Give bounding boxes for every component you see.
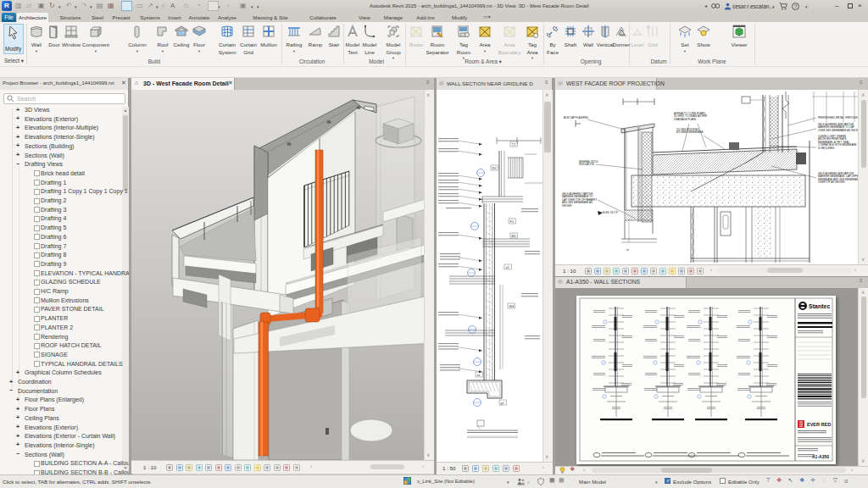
svg-text:x2: x2 xyxy=(506,265,510,269)
svg-text:A1-A350: A1-A350 xyxy=(812,454,829,459)
svg-text:OVER SBS MEMBRANE AS SHOWN: OVER SBS MEMBRANE AS SHOWN xyxy=(818,129,861,132)
svg-text:DRAINAGE PLANS: DRAINAGE PLANS xyxy=(674,118,696,121)
svg-text:F1: F1 xyxy=(510,219,515,224)
svg-text:R2: R2 xyxy=(492,166,498,170)
svg-text:T1: T1 xyxy=(512,142,516,147)
svg-text:y2: y2 xyxy=(501,401,505,405)
svg-text:W4: W4 xyxy=(509,304,515,308)
svg-text:OVERTOP AS SHOWN: OVERTOP AS SHOWN xyxy=(818,180,845,184)
svg-text:zz: zz xyxy=(477,373,481,377)
svg-text:PREFINISHED METAL THROUGH-WA: PREFINISHED METAL THROUGH-WA xyxy=(818,116,862,119)
svg-text:xx: xx xyxy=(626,248,630,252)
svg-text:BITUMEN MEMBRANE: BITUMEN MEMBRANE xyxy=(676,130,704,134)
svg-text:B3: B3 xyxy=(512,234,517,238)
svg-text:IS REQUIRED: IS REQUIRED xyxy=(818,147,835,150)
svg-text:ACB CAP FLASHING: ACB CAP FLASHING xyxy=(564,116,589,119)
svg-text:SHOWN: SHOWN xyxy=(562,204,572,208)
svg-text:Stantec: Stantec xyxy=(809,303,830,309)
svg-text:EVER RED: EVER RED xyxy=(807,422,831,427)
svg-text:INSULATION: INSULATION xyxy=(579,163,594,166)
svg-text:ELEV. 36.2 P: ELEV. 36.2 P xyxy=(603,211,618,214)
